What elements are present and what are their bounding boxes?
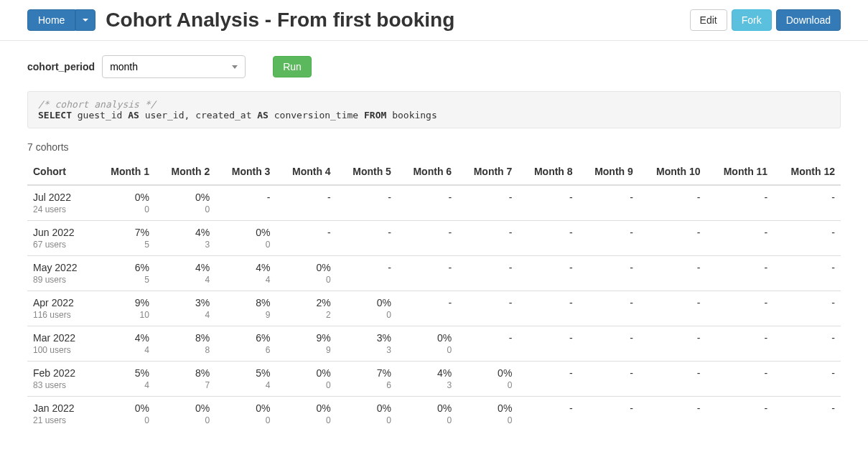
value-cell: 4%3: [155, 221, 215, 256]
home-dropdown-toggle[interactable]: [75, 9, 95, 31]
cohort-users: 100 users: [33, 345, 89, 355]
value-cell: -: [773, 362, 841, 397]
cell-percent: 0%: [463, 402, 512, 414]
cell-count: 3: [161, 240, 210, 250]
cohort-name: Mar 2022: [33, 332, 89, 344]
cohort-users: 116 users: [33, 310, 89, 320]
value-cell: 0%0: [276, 362, 336, 397]
run-button[interactable]: Run: [273, 56, 312, 77]
cell-percent: 0%: [342, 297, 391, 308]
value-cell: 4%4: [215, 256, 276, 291]
value-cell: -: [639, 291, 706, 326]
cohort-period-select[interactable]: month: [102, 55, 246, 78]
value-cell: -: [518, 221, 578, 256]
value-cell: 2%2: [276, 291, 336, 326]
cell-count: 3: [403, 380, 452, 390]
cohort-name: Feb 2022: [33, 367, 89, 379]
edit-button[interactable]: Edit: [690, 9, 727, 31]
cell-percent: 0%: [281, 402, 330, 414]
value-cell: -: [397, 291, 457, 326]
value-cell: -: [579, 397, 639, 432]
cohort-users: 67 users: [33, 240, 89, 250]
value-cell: -: [457, 185, 518, 221]
cohort-users: 83 users: [33, 380, 89, 390]
col-month: Month 7: [457, 159, 518, 185]
value-cell: -: [579, 291, 639, 326]
value-cell: 8%7: [155, 362, 215, 397]
value-cell: 0%0: [397, 397, 457, 432]
cohort-cell: Mar 2022100 users: [27, 326, 95, 362]
value-cell: 9%9: [276, 326, 336, 362]
table-row: Jan 202221 users0%00%00%00%00%00%00%0---…: [27, 397, 841, 432]
value-cell: -: [773, 185, 841, 221]
fork-button[interactable]: Fork: [732, 9, 772, 31]
cell-count: 0: [281, 380, 330, 390]
cell-percent: 0%: [221, 227, 270, 238]
value-cell: 4%4: [155, 256, 215, 291]
cell-percent: 0%: [463, 367, 512, 379]
table-row: Apr 2022116 users9%103%48%92%20%0-------: [27, 291, 841, 326]
value-cell: 0%0: [457, 362, 518, 397]
caret-down-icon: [83, 19, 88, 22]
value-cell: -: [706, 397, 773, 432]
cell-count: 0: [221, 240, 270, 250]
cell-count: 8: [161, 345, 210, 355]
cell-count: 4: [221, 380, 270, 390]
cell-count: 0: [342, 310, 391, 320]
value-cell: -: [639, 362, 706, 397]
cell-percent: 4%: [101, 332, 149, 344]
cell-count: 0: [101, 415, 149, 425]
cell-percent: 6%: [221, 332, 270, 344]
value-cell: -: [639, 221, 706, 256]
cell-count: 9: [281, 345, 330, 355]
cohort-users: 24 users: [33, 204, 89, 214]
col-month: Month 3: [215, 159, 276, 185]
cell-count: 5: [101, 275, 149, 285]
value-cell: 0%0: [215, 221, 276, 256]
cell-percent: 9%: [281, 332, 330, 344]
cell-count: 6: [342, 380, 391, 390]
cohort-name: Apr 2022: [33, 297, 89, 308]
value-cell: 0%0: [95, 185, 155, 221]
value-cell: 7%5: [95, 221, 155, 256]
value-cell: 9%10: [95, 291, 155, 326]
cell-count: 4: [101, 345, 149, 355]
value-cell: 0%0: [337, 291, 397, 326]
cell-count: 3: [342, 345, 391, 355]
col-month: Month 12: [773, 159, 841, 185]
cell-percent: 0%: [281, 262, 330, 273]
value-cell: 8%8: [155, 326, 215, 362]
value-cell: 0%0: [95, 397, 155, 432]
cohort-count: 7 cohorts: [0, 133, 868, 159]
home-button[interactable]: Home: [27, 9, 75, 31]
value-cell: -: [579, 221, 639, 256]
value-cell: 3%4: [155, 291, 215, 326]
cohort-name: Jun 2022: [33, 227, 89, 238]
value-cell: -: [518, 397, 578, 432]
cell-count: 4: [161, 310, 210, 320]
value-cell: 0%0: [397, 326, 457, 362]
download-button[interactable]: Download: [776, 9, 841, 31]
value-cell: -: [518, 185, 578, 221]
value-cell: -: [579, 185, 639, 221]
value-cell: 8%9: [215, 291, 276, 326]
cell-percent: 0%: [403, 402, 452, 414]
col-month: Month 1: [95, 159, 155, 185]
value-cell: -: [706, 291, 773, 326]
cell-percent: 0%: [281, 367, 330, 379]
value-cell: -: [518, 362, 578, 397]
value-cell: -: [773, 326, 841, 362]
cell-percent: 0%: [161, 402, 210, 414]
value-cell: -: [215, 185, 276, 221]
value-cell: 5%4: [215, 362, 276, 397]
value-cell: -: [397, 221, 457, 256]
cohort-cell: Jan 202221 users: [27, 397, 95, 432]
value-cell: 4%3: [397, 362, 457, 397]
col-month: Month 11: [706, 159, 773, 185]
sql-preview: /* cohort analysis */ SELECT guest_id AS…: [27, 91, 841, 128]
value-cell: -: [706, 362, 773, 397]
value-cell: 4%4: [95, 326, 155, 362]
cell-percent: 7%: [101, 227, 149, 238]
cell-count: 0: [161, 415, 210, 425]
value-cell: 0%0: [215, 397, 276, 432]
